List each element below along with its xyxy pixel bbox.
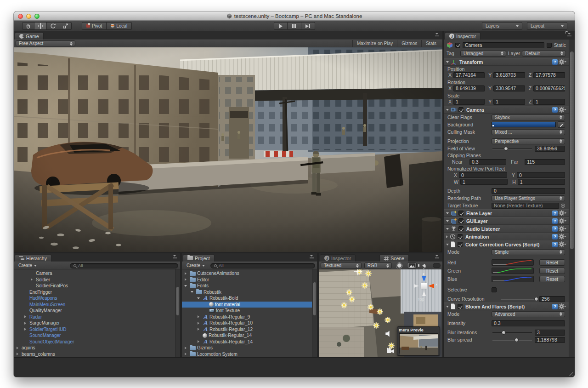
viewport-h-field[interactable]: 1 — [518, 179, 565, 185]
help-icon[interactable]: ? — [552, 59, 558, 65]
tab-scene[interactable]: Scene — [379, 254, 409, 262]
scale-tool-button[interactable] — [59, 22, 72, 30]
rotation-z-field[interactable]: 0.0009765625 — [533, 86, 565, 91]
help-icon[interactable]: ? — [552, 218, 558, 224]
gear-menu[interactable] — [560, 234, 566, 239]
gear-menu[interactable] — [560, 227, 566, 231]
tab-project[interactable]: Project — [183, 254, 215, 262]
component-checkbox[interactable] — [458, 304, 463, 309]
depth-field[interactable]: 0 — [492, 188, 565, 194]
aspect-dropdown[interactable]: Free Aspect — [16, 40, 75, 46]
gear-menu[interactable] — [560, 211, 566, 215]
pause-button[interactable] — [288, 22, 301, 30]
fov-slider[interactable] — [492, 146, 533, 152]
camera-header[interactable]: Camera ? — [444, 106, 569, 114]
position-x-field[interactable]: 17.74164 — [453, 72, 485, 78]
tag-dropdown[interactable]: Untagged — [460, 51, 506, 57]
create-button[interactable]: Create — [184, 262, 208, 268]
clear-flags-dropdown[interactable]: Skybox — [492, 114, 565, 120]
object-picker-icon[interactable] — [561, 204, 565, 208]
bloom-mode-dropdown[interactable]: Advanced — [492, 311, 565, 317]
scene-gizmo-toggle[interactable] — [433, 263, 441, 268]
animation-header[interactable]: Animation ? — [444, 233, 569, 240]
hierarchy-item[interactable]: SoldierFinalPos — [14, 283, 180, 289]
hierarchy-item[interactable]: SoundObjectManager — [14, 339, 180, 345]
project-item[interactable]: ARobustik-Bold — [182, 295, 317, 302]
help-icon[interactable]: ? — [552, 304, 558, 309]
intensity-field[interactable]: 0.3 — [492, 320, 565, 326]
hierarchy-item[interactable]: Radar — [14, 314, 180, 320]
viewport-y-field[interactable]: 0 — [517, 172, 565, 178]
scrollbar-thumb[interactable] — [176, 287, 179, 315]
audio-listener-header[interactable]: Audio Listener ? — [444, 225, 569, 233]
scrollbar-thumb[interactable] — [313, 282, 316, 315]
project-item[interactable]: Editor — [182, 277, 317, 283]
window-titlebar[interactable]: testscene.unity – Bootcamp – PC and Mac … — [14, 11, 575, 21]
cc-mode-dropdown[interactable]: Simple — [492, 249, 565, 255]
hierarchy-item[interactable]: aquiris — [14, 345, 180, 351]
green-curve-field[interactable] — [492, 268, 534, 274]
project-item[interactable]: ARobustik-Regular_10 — [182, 320, 317, 326]
layer-dropdown[interactable]: Default — [522, 51, 566, 57]
blur-iterations-field[interactable]: 3 — [535, 330, 565, 336]
gizmo-z-axis-cone[interactable] — [422, 276, 426, 282]
foldout-icon[interactable] — [446, 244, 449, 245]
component-checkbox[interactable] — [458, 234, 463, 239]
rotate-tool-button[interactable] — [47, 22, 59, 30]
panel-menu-icon[interactable] — [434, 255, 440, 260]
gear-menu[interactable] — [560, 219, 566, 223]
hand-tool-button[interactable] — [22, 22, 34, 30]
project-item[interactable]: Robustik — [182, 289, 317, 296]
active-checkbox[interactable] — [455, 43, 460, 48]
fov-field[interactable]: 36.84956 — [535, 146, 565, 152]
scene-lighting-toggle[interactable] — [395, 262, 404, 268]
help-icon[interactable]: ? — [552, 242, 558, 247]
move-tool-button[interactable] — [34, 22, 47, 30]
red-curve-field[interactable] — [492, 259, 534, 266]
inspector-scrollbar[interactable] — [569, 40, 575, 357]
shading-mode-dropdown[interactable]: Textured — [321, 262, 362, 268]
help-icon[interactable]: ? — [552, 211, 558, 216]
close-window-button[interactable] — [18, 14, 23, 19]
project-item[interactable]: ARobustik-Regular_14 — [182, 339, 317, 345]
hierarchy-item[interactable]: QualityManager — [14, 308, 180, 314]
scene-audio-toggle[interactable] — [419, 262, 429, 268]
flare-layer-header[interactable]: Flare Layer ? — [444, 209, 569, 217]
project-item[interactable]: font Texture — [182, 308, 317, 314]
transform-header[interactable]: Transform ? — [444, 58, 569, 66]
scale-y-field[interactable]: 1 — [493, 99, 525, 105]
viewport-w-field[interactable]: 1 — [460, 179, 508, 185]
gear-menu[interactable] — [560, 60, 566, 64]
gear-menu[interactable] — [560, 304, 566, 308]
red-reset-button[interactable]: Reset — [539, 259, 565, 266]
hierarchy-item[interactable]: Soldier — [14, 277, 180, 283]
game-viewport[interactable] — [14, 47, 442, 252]
background-color-swatch[interactable] — [492, 122, 556, 127]
color-correction-header[interactable]: Color Correction Curves (Script) ? — [444, 240, 569, 248]
bloom-header[interactable]: Bloom And Flares (Script) ? — [444, 302, 569, 310]
gizmo-axis-cone[interactable] — [422, 291, 426, 296]
foldout-icon[interactable] — [446, 306, 449, 308]
name-field[interactable]: Camera — [463, 42, 544, 48]
pivot-toggle-button[interactable]: Pivot — [82, 22, 107, 30]
help-icon[interactable]: ? — [552, 234, 558, 240]
panel-menu-icon[interactable] — [171, 255, 178, 260]
layers-dropdown[interactable]: Layers — [482, 22, 522, 30]
hierarchy-item[interactable]: HudWeapons — [14, 295, 180, 302]
rendering-path-dropdown[interactable]: Use Player Settings — [492, 195, 565, 201]
project-scrollbar[interactable] — [312, 269, 317, 357]
foldout-icon[interactable] — [446, 220, 449, 222]
foldout-icon[interactable] — [446, 228, 449, 230]
foldout-icon[interactable] — [446, 61, 449, 63]
gear-menu[interactable] — [560, 108, 566, 112]
green-reset-button[interactable]: Reset — [539, 268, 565, 274]
gizmo-center-cube[interactable] — [421, 283, 427, 289]
stats-toggle[interactable]: Stats — [421, 40, 441, 47]
tab-game[interactable]: Game — [15, 32, 44, 40]
project-item[interactable]: Fonts — [182, 283, 317, 289]
tab-inspector[interactable]: iInspector — [445, 32, 481, 40]
foldout-icon[interactable] — [446, 235, 448, 238]
scene-orientation-gizmo[interactable]: z x Top — [414, 276, 434, 296]
gizmo-axis-cone[interactable] — [414, 284, 419, 288]
layout-dropdown[interactable]: Layout — [527, 22, 567, 30]
